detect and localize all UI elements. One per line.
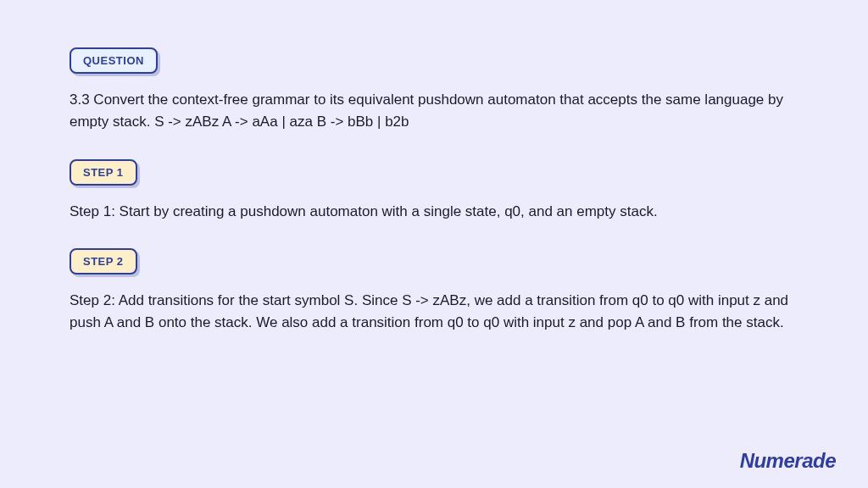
brand-logo: Numerade [737, 449, 836, 473]
step-1-badge: STEP 1 [70, 159, 137, 186]
step-1-text: Step 1: Start by creating a pushdown aut… [70, 201, 798, 223]
question-text: 3.3 Convert the context-free grammar to … [70, 89, 798, 134]
step-2-section: STEP 2 Step 2: Add transitions for the s… [70, 248, 798, 335]
question-section: QUESTION 3.3 Convert the context-free gr… [70, 47, 798, 134]
step-2-text: Step 2: Add transitions for the start sy… [70, 290, 798, 335]
step-2-badge: STEP 2 [70, 248, 137, 274]
step-1-section: STEP 1 Step 1: Start by creating a pushd… [70, 159, 798, 223]
question-badge: QUESTION [70, 47, 158, 74]
